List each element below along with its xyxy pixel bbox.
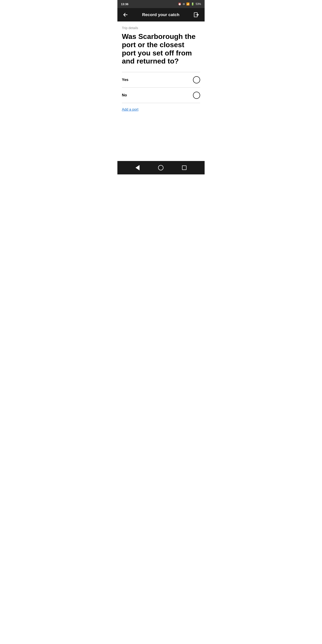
status-bar: 13:36 ⏰ ⊖ 📶 🔋 53% [118, 0, 204, 8]
option-no[interactable]: No [122, 88, 200, 103]
alarm-icon: ⏰ [178, 2, 181, 6]
add-port-link[interactable]: Add a port [122, 108, 138, 112]
app-header: Record your catch [118, 8, 204, 22]
minus-circle-icon: ⊖ [183, 2, 185, 6]
page-title: Record your catch [130, 12, 192, 17]
battery-percent: 53% [196, 2, 201, 6]
signal-icon: 📶 [186, 2, 190, 6]
home-circle-icon [158, 165, 164, 170]
back-triangle-icon [136, 165, 140, 170]
nav-recents-button[interactable] [180, 163, 189, 172]
option-yes-radio[interactable] [193, 76, 200, 84]
question-title: Was Scarborough the port or the closest … [122, 32, 200, 65]
logout-button[interactable] [192, 10, 201, 20]
option-yes-label: Yes [122, 78, 128, 82]
battery-icon: 🔋 [191, 2, 194, 6]
back-button[interactable] [121, 10, 130, 19]
nav-bar [118, 161, 204, 174]
nav-back-button[interactable] [133, 163, 142, 173]
main-content: Trip details Was Scarborough the port or… [118, 22, 204, 161]
section-label: Trip details [122, 26, 200, 30]
option-yes[interactable]: Yes [122, 72, 200, 88]
status-time: 13:36 [121, 2, 128, 6]
status-icons: ⏰ ⊖ 📶 🔋 53% [178, 2, 201, 6]
bottom-divider [122, 103, 200, 103]
option-no-label: No [122, 93, 127, 98]
recents-square-icon [182, 166, 186, 170]
nav-home-button[interactable] [156, 163, 166, 173]
option-no-radio[interactable] [193, 92, 200, 99]
